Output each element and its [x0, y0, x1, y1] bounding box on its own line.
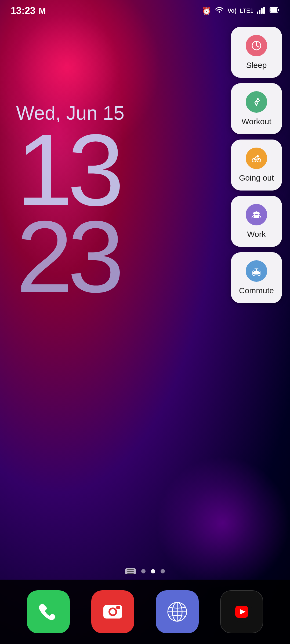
wifi-icon — [215, 5, 224, 17]
sleep-mode-card[interactable]: Sleep — [231, 27, 282, 78]
goingout-icon-circle — [246, 148, 267, 169]
alarm-icon: ⏰ — [202, 6, 211, 15]
clock-minute: 23 — [16, 213, 124, 300]
svg-rect-32 — [254, 269, 256, 271]
camera-icon — [101, 600, 125, 624]
work-icon-circle — [246, 204, 267, 225]
work-mode-card[interactable]: Work — [231, 196, 282, 247]
car-icon — [250, 265, 263, 277]
goingout-label: Going out — [239, 173, 274, 182]
svg-rect-0 — [257, 12, 258, 14]
youtube-dock-icon[interactable] — [220, 590, 263, 633]
dock — [0, 580, 290, 644]
clock-widget: Wed, Jun 15 13 23 — [16, 102, 124, 300]
svg-rect-3 — [263, 7, 265, 14]
commute-mode-card[interactable]: Commute — [231, 252, 282, 303]
workout-icon-circle — [246, 91, 267, 113]
svg-rect-41 — [116, 606, 120, 609]
commute-icon-circle — [246, 260, 267, 282]
lte-icon: Vo) — [227, 7, 237, 14]
people-icon — [250, 208, 263, 221]
page-dot-2[interactable] — [151, 569, 155, 573]
carrier-icon: M — [39, 6, 46, 16]
battery-icon — [270, 6, 279, 15]
signal-bars-icon — [257, 6, 266, 16]
svg-rect-37 — [259, 271, 260, 272]
page-dot-3[interactable] — [161, 569, 165, 573]
sleep-label: Sleep — [246, 61, 267, 70]
svg-point-11 — [256, 45, 257, 46]
lte-text: LTE1 — [240, 7, 253, 14]
svg-point-34 — [253, 273, 255, 276]
modes-panel: Sleep Workout — [231, 27, 282, 303]
youtube-icon — [230, 600, 254, 624]
svg-point-29 — [255, 211, 258, 214]
work-label: Work — [247, 230, 266, 239]
svg-rect-36 — [253, 271, 254, 272]
globe-icon — [165, 600, 189, 624]
phone-icon — [36, 600, 60, 624]
svg-rect-5 — [278, 9, 279, 11]
sleep-icon-circle — [246, 35, 267, 56]
svg-rect-1 — [259, 10, 260, 14]
status-bar: 13:23 M ⏰ Vo) LTE1 — [0, 0, 290, 21]
svg-point-26 — [251, 209, 262, 221]
goingout-mode-card[interactable]: Going out — [231, 140, 282, 191]
svg-point-35 — [258, 273, 260, 276]
svg-point-20 — [251, 152, 262, 164]
svg-rect-6 — [270, 8, 277, 12]
page-dot-1[interactable] — [141, 569, 146, 573]
svg-point-40 — [110, 609, 115, 614]
phone-dock-icon[interactable] — [27, 590, 70, 633]
svg-rect-33 — [257, 269, 259, 271]
workout-label: Workout — [241, 117, 271, 126]
sleep-icon — [250, 39, 263, 52]
page-indicators — [125, 568, 165, 574]
svg-point-13 — [257, 98, 259, 100]
commute-label: Commute — [239, 286, 274, 295]
workout-icon — [250, 96, 263, 108]
status-time: 13:23 — [11, 5, 35, 16]
svg-rect-2 — [261, 8, 263, 14]
menu-indicator — [125, 568, 136, 574]
camera-dock-icon[interactable] — [91, 590, 134, 633]
workout-mode-card[interactable]: Workout — [231, 83, 282, 134]
browser-dock-icon[interactable] — [156, 590, 199, 633]
bike-icon — [250, 152, 263, 164]
